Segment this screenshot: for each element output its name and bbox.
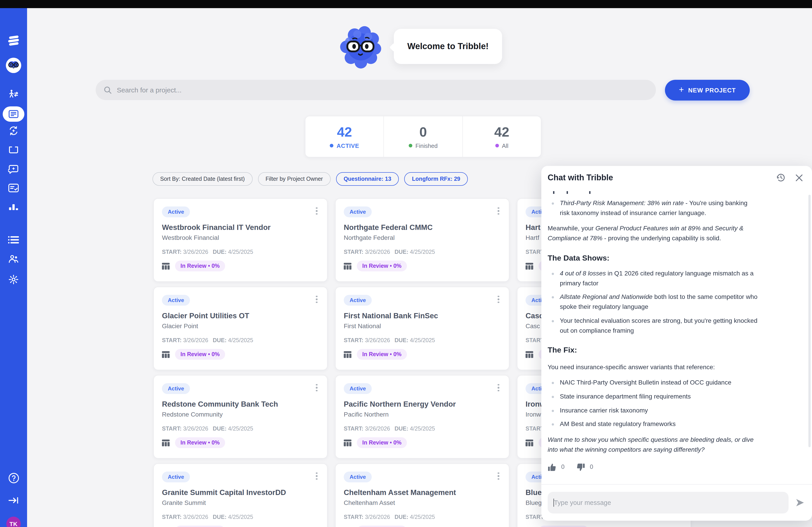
due-label: DUE: <box>213 337 227 344</box>
card-menu-icon[interactable] <box>494 295 503 304</box>
search-input[interactable] <box>117 86 648 94</box>
stat-active[interactable]: 42ACTIVE <box>305 116 384 157</box>
people-icon[interactable] <box>0 255 27 263</box>
project-card[interactable]: ActiveNorthgate Federal CMMCNorthgate Fe… <box>335 198 509 282</box>
project-dates: START: 3/26/2026DUE: 4/25/2025 <box>162 425 319 432</box>
bar-chart-icon[interactable] <box>0 202 27 211</box>
message-heading: The Fix: <box>548 344 759 356</box>
user-avatar[interactable]: TK <box>6 517 21 527</box>
status-badge: Active <box>344 471 372 482</box>
start-date: 3/26/2026 <box>182 249 208 255</box>
card-menu-icon[interactable] <box>494 383 503 393</box>
due-label: DUE: <box>394 425 408 432</box>
filter-chip[interactable]: Longform RFx: 29 <box>404 172 468 186</box>
checklist-icon[interactable] <box>0 183 27 193</box>
due-date: 4/25/2025 <box>408 337 435 344</box>
top-window-bar <box>0 0 812 8</box>
review-progress-badge: In Review • 0% <box>175 349 225 360</box>
start-label: START: <box>344 249 363 255</box>
message-heading: The Data Shows: <box>548 253 759 265</box>
thumbs-down-icon[interactable] <box>576 463 585 472</box>
card-footer: In Review • 0% <box>162 260 319 271</box>
stat-label-row: All <box>495 142 508 149</box>
sidebar-item-projects-active[interactable] <box>3 106 24 122</box>
filter-chip[interactable]: Sort By: Created Date (latest first) <box>153 172 252 186</box>
help-icon[interactable] <box>0 472 27 484</box>
stat-value: 42 <box>494 124 509 139</box>
due-label: DUE: <box>394 514 408 520</box>
send-icon[interactable] <box>794 497 806 509</box>
start-date: 3/26/2026 <box>182 514 208 520</box>
review-progress-badge: In Review • 0% <box>175 437 225 448</box>
stat-label-row: Finished <box>409 142 438 149</box>
review-progress-badge: In Review • 0% <box>539 526 589 527</box>
project-stats: 42ACTIVE0Finished42All <box>305 116 541 157</box>
project-card[interactable]: ActiveWestbrook Financial IT VendorWestb… <box>154 198 328 282</box>
card-footer: In Review • 0% <box>344 437 501 448</box>
stat-finished[interactable]: 0Finished <box>384 116 462 157</box>
chat-close-icon[interactable] <box>793 172 805 183</box>
filter-chip[interactable]: Questionnaire: 13 <box>336 172 399 186</box>
search-icon <box>104 86 112 94</box>
welcome-bubble: Welcome to Tribble! <box>394 29 502 64</box>
list-menu-icon[interactable] <box>0 236 27 244</box>
message-bullet: Third-Party Risk Management: 38% win rat… <box>548 198 759 218</box>
tray-icon[interactable] <box>0 145 27 154</box>
start-label: START: <box>162 514 182 520</box>
stat-dot-icon <box>409 144 412 147</box>
message-bullet: NAIC Third-Party Oversight Bulletin inst… <box>548 378 759 388</box>
thumbs-up-icon[interactable] <box>548 463 557 472</box>
card-menu-icon[interactable] <box>313 471 321 481</box>
logout-icon[interactable] <box>0 496 27 505</box>
handoff-walk-icon[interactable] <box>0 89 27 99</box>
status-badge: Active <box>344 207 372 217</box>
chat-history-icon[interactable] <box>775 172 787 183</box>
sync-sparkle-icon[interactable] <box>0 125 27 136</box>
due-date: 4/25/2025 <box>408 425 435 432</box>
status-badge: Active <box>344 383 372 394</box>
project-company: First National <box>344 322 501 330</box>
message-paragraph: Meanwhile, your General Product Features… <box>548 224 759 243</box>
due-date: 4/25/2025 <box>227 337 253 344</box>
card-menu-icon[interactable] <box>313 295 321 304</box>
table-icon <box>525 439 533 446</box>
card-menu-icon[interactable] <box>494 471 503 481</box>
card-footer: In Review • 0% <box>162 349 319 360</box>
filter-chip[interactable]: Filter by Project Owner <box>258 172 331 186</box>
chat-scrollbar[interactable] <box>808 195 811 447</box>
sidebar: TK <box>0 8 27 527</box>
review-progress-badge: In Review • 0% <box>175 260 225 271</box>
new-project-button[interactable]: + NEW PROJECT <box>665 80 750 101</box>
tribble-avatar-icon[interactable] <box>6 58 21 73</box>
project-card[interactable]: ActivePacific Northern Energy VendorPaci… <box>335 375 509 458</box>
chat-message-input[interactable] <box>554 499 782 506</box>
table-icon <box>525 351 533 358</box>
project-card[interactable]: ActiveGlacier Point Utilities OTGlacier … <box>154 287 328 370</box>
card-menu-icon[interactable] <box>313 383 321 393</box>
project-card[interactable]: ActiveFirst National Bank FinSecFirst Na… <box>335 287 509 370</box>
chat-sparkle-icon[interactable] <box>0 165 27 175</box>
gear-icon[interactable] <box>0 274 27 285</box>
card-menu-icon[interactable] <box>494 206 503 216</box>
stat-label: All <box>502 142 508 149</box>
stat-dot-icon <box>495 144 499 147</box>
message-bullet: Insurance carrier risk taxonomy <box>548 406 759 415</box>
start-date: 3/26/2026 <box>363 514 390 520</box>
project-title: Westbrook Financial IT Vendor <box>162 223 319 232</box>
filter-chips: Sort By: Created Date (latest first)Filt… <box>153 172 468 186</box>
project-dates: START: 3/26/2026DUE: 4/25/2025 <box>344 514 501 520</box>
project-card[interactable]: ActiveRedstone Community Bank TechRedsto… <box>154 375 328 458</box>
due-label: DUE: <box>213 514 227 520</box>
project-dates: START: 3/26/2026DUE: 4/25/2025 <box>344 337 501 344</box>
text: The Fix: <box>548 346 577 354</box>
project-dates: START: 3/26/2026DUE: 4/25/2025 <box>162 249 319 255</box>
text-cursor <box>553 499 554 507</box>
start-date: 3/26/2026 <box>363 249 390 255</box>
tribble-logo-icon[interactable] <box>0 35 27 46</box>
status-badge: Active <box>162 383 190 394</box>
card-menu-icon[interactable] <box>313 206 321 216</box>
text: - proving the underlying capability is s… <box>603 235 721 242</box>
project-card[interactable]: ActiveGranite Summit Capital InvestorDDG… <box>154 464 328 527</box>
stat-all[interactable]: 42All <box>462 116 541 157</box>
project-card[interactable]: ActiveCheltenham Asset ManagementChelten… <box>335 464 509 527</box>
